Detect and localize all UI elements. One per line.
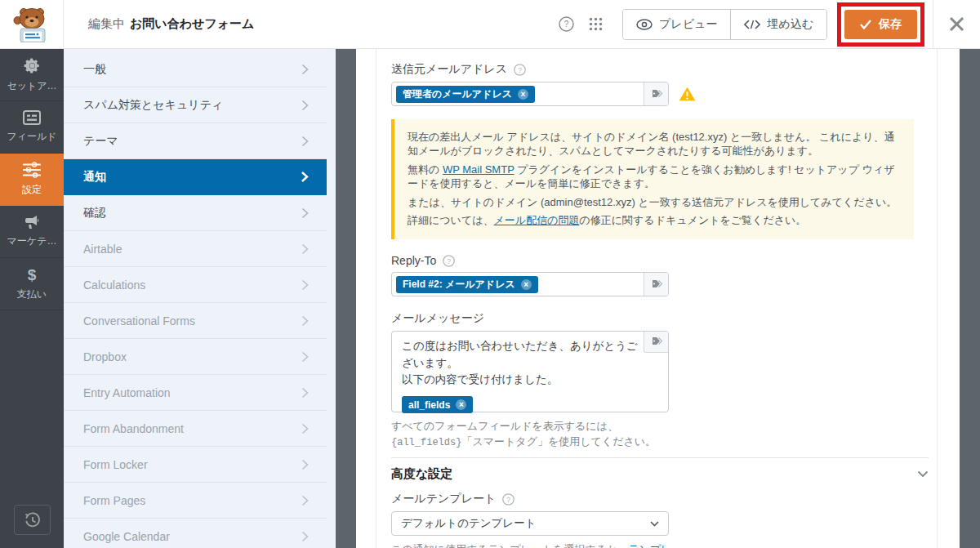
settings-item-airtable[interactable]: Airtable: [64, 231, 327, 267]
close-builder-button[interactable]: [933, 0, 980, 49]
notification-settings-content: 送信元メールアドレス ? 管理者のメールアドレス ×: [356, 49, 960, 548]
all-fields-code: {all_fields}: [391, 437, 461, 448]
menu-label: Form Locker: [83, 458, 148, 471]
settings-item-form-pages[interactable]: Form Pages: [64, 483, 327, 519]
settings-item-general[interactable]: 一般: [64, 51, 327, 87]
chevron-right-icon: [301, 387, 309, 399]
builder-nav-sidebar: セットア… フィールド 設定 マーケテ… $ 支払い: [0, 49, 64, 548]
remove-tag-icon[interactable]: ×: [521, 279, 532, 290]
smart-tags-icon: [649, 279, 663, 290]
svg-text:?: ?: [564, 20, 569, 29]
menu-label: テーマ: [83, 134, 118, 149]
check-icon: [860, 20, 871, 29]
chevron-right-icon: [301, 531, 309, 542]
embed-label: 埋め込む: [767, 17, 813, 32]
nav-item-fields[interactable]: フィールド: [0, 101, 64, 154]
question-circle-icon[interactable]: ?: [502, 493, 514, 506]
chevron-right-icon: [301, 171, 309, 183]
editing-status-label: 編集中: [88, 16, 125, 30]
sliders-icon: [23, 162, 41, 178]
message-help-text: すべてのフォームフィールドを表示するには、{all_fields}「スマートタグ…: [391, 419, 675, 449]
email-template-label: メールテンプレート: [391, 492, 496, 506]
email-deliverability-notice: 現在の差出人メール アドレスは、サイトのドメイン名 (test12.xyz) と…: [391, 119, 914, 239]
chevron-right-icon: [301, 64, 309, 75]
smart-tags-icon: [649, 89, 663, 100]
settings-item-calculations[interactable]: Calculations: [64, 267, 327, 303]
chevron-right-icon: [301, 207, 309, 219]
advanced-settings-title: 高度な設定: [391, 466, 452, 482]
message-text: この度はお問い合わせいただき、ありがとうございます。以下の内容で受け付けました。: [402, 338, 640, 388]
smart-tags-button[interactable]: [644, 82, 668, 105]
wp-mail-smtp-link[interactable]: WP Mail SMTP: [443, 163, 514, 176]
settings-item-form-locker[interactable]: Form Locker: [64, 447, 327, 483]
save-button[interactable]: 保存: [844, 10, 917, 39]
chevron-right-icon: [301, 495, 309, 506]
nav-item-payments[interactable]: $ 支払い: [0, 258, 64, 310]
help-icon[interactable]: ?: [559, 16, 574, 32]
reply-to-tag: Field #2: メールアドレス ×: [396, 276, 538, 293]
email-message-textarea[interactable]: この度はお問い合わせいただき、ありがとうございます。以下の内容で受け付けました。…: [391, 331, 669, 412]
settings-item-conversational-forms[interactable]: Conversational Forms: [64, 303, 327, 339]
chevron-right-icon: [301, 315, 309, 327]
nav-label: 設定: [22, 183, 42, 197]
template-help-text: この通知に使用するテンプレートを選択するか、テンプレートを表示します。: [391, 542, 675, 548]
chevron-right-icon: [301, 100, 309, 111]
reply-to-label-row: Reply-To ?: [391, 254, 929, 267]
history-clock-icon: [24, 512, 41, 528]
notice-paragraph: または、サイトのドメイン (admin@test12.xyz) と一致する送信元…: [408, 196, 897, 208]
question-circle-icon[interactable]: ?: [514, 64, 526, 76]
nav-item-marketing[interactable]: マーケテ…: [0, 206, 64, 258]
reply-to-label: Reply-To: [391, 254, 436, 267]
settings-item-google-calendar[interactable]: Google Calendar: [64, 519, 327, 548]
message-label-row: メールメッセージ: [391, 311, 929, 326]
revisions-history-button[interactable]: [14, 505, 51, 535]
tag-label: all_fields: [408, 400, 450, 410]
remove-tag-icon[interactable]: ×: [456, 399, 466, 410]
apps-grid-icon[interactable]: [589, 17, 603, 31]
settings-item-spam[interactable]: スパム対策とセキュリティ: [64, 87, 327, 123]
chevron-down-icon: [650, 521, 659, 527]
dollar-icon: $: [28, 267, 37, 283]
message-label: メールメッセージ: [391, 311, 484, 326]
embed-button[interactable]: 埋め込む: [731, 10, 826, 39]
advanced-settings-header[interactable]: 高度な設定: [391, 466, 929, 482]
tag-label: Field #2: メールアドレス: [403, 279, 515, 289]
smart-tags-button[interactable]: [644, 332, 668, 353]
wpforms-logo: [0, 0, 64, 49]
remove-tag-icon[interactable]: ×: [518, 89, 528, 100]
code-icon: [744, 20, 760, 29]
top-bar: 編集中お問い合わせフォーム ? プレビュー: [0, 0, 980, 49]
settings-item-themes[interactable]: テーマ: [64, 123, 327, 159]
menu-label: Calculations: [83, 278, 145, 292]
smart-tags-icon: [649, 336, 663, 347]
settings-item-form-abandonment[interactable]: Form Abandonment: [64, 411, 327, 447]
scrollbar-gutter-left: [336, 49, 356, 548]
top-bar-actions: ? プレビュー 埋め込む: [559, 0, 980, 49]
page-title: 編集中お問い合わせフォーム: [88, 16, 254, 32]
red-highlight-annotation: 保存: [837, 2, 924, 47]
from-email-label: 送信元メールアドレス: [391, 62, 507, 77]
mail-delivery-issues-link[interactable]: メール配信の問題: [494, 214, 580, 226]
nav-item-setup[interactable]: セットア…: [0, 49, 64, 101]
nav-item-settings[interactable]: 設定: [0, 154, 64, 206]
smart-tags-button[interactable]: [644, 273, 668, 296]
nav-label: 支払い: [17, 287, 47, 301]
menu-label: 通知: [83, 170, 106, 185]
preview-embed-group: プレビュー 埋め込む: [622, 9, 827, 40]
settings-item-confirmations[interactable]: 確認: [64, 195, 327, 231]
from-email-input[interactable]: 管理者のメールアドレス ×: [391, 82, 669, 106]
question-circle-icon[interactable]: ?: [443, 255, 455, 267]
scrollbar-gutter-right: [960, 49, 980, 548]
settings-item-dropbox[interactable]: Dropbox: [64, 339, 327, 375]
preview-label: プレビュー: [659, 17, 717, 32]
email-template-select[interactable]: デフォルトのテンプレート: [391, 511, 669, 536]
menu-label: 一般: [83, 62, 106, 77]
svg-text:?: ?: [506, 496, 510, 504]
menu-label: Form Pages: [83, 494, 145, 507]
settings-item-entry-automation[interactable]: Entry Automation: [64, 375, 327, 411]
preview-button[interactable]: プレビュー: [623, 10, 731, 39]
reply-to-input[interactable]: Field #2: メールアドレス ×: [391, 272, 669, 296]
settings-item-notifications[interactable]: 通知: [64, 159, 327, 195]
wpforms-builder: 編集中お問い合わせフォーム ? プレビュー: [0, 0, 980, 548]
svg-text:?: ?: [447, 257, 451, 265]
